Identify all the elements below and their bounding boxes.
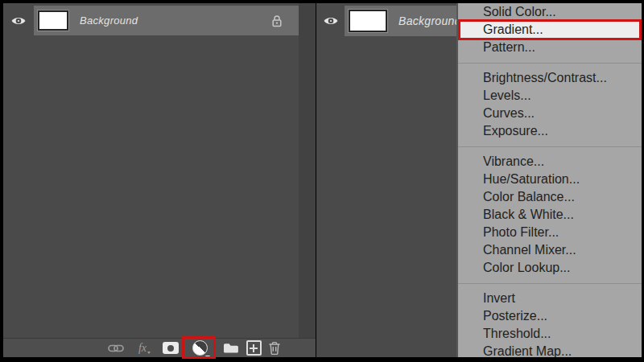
new-adjustment-layer-button[interactable] <box>191 339 208 357</box>
layer-name: Background <box>80 14 138 27</box>
eye-icon <box>10 15 27 27</box>
menu-separator <box>458 56 642 69</box>
menu-item-gradient-map[interactable]: Gradient Map... <box>458 343 642 357</box>
menu-item-posterize[interactable]: Posterize... <box>458 307 642 325</box>
eye-icon <box>323 15 339 27</box>
menu-item-color-balance[interactable]: Color Balance... <box>458 188 642 206</box>
layer-thumbnail[interactable] <box>38 10 68 31</box>
plus-square-icon <box>246 340 262 356</box>
layers-toolbar: fx <box>3 338 316 357</box>
menu-separator <box>458 140 642 153</box>
layer-row-background[interactable]: Background <box>3 6 299 35</box>
menu-item-pattern[interactable]: Pattern... <box>458 39 642 56</box>
new-group-button[interactable] <box>221 339 241 357</box>
adjustment-layer-menu: Solid Color... Gradient... Pattern... Br… <box>456 3 642 357</box>
menu-item-channel-mixer[interactable]: Channel Mixer... <box>458 241 642 259</box>
menu-item-levels[interactable]: Levels... <box>458 87 642 105</box>
menu-item-curves[interactable]: Curves... <box>458 105 642 122</box>
menu-item-photo-filter[interactable]: Photo Filter... <box>458 224 642 241</box>
menu-item-threshold[interactable]: Threshold... <box>458 325 642 343</box>
scrollbar-gutter <box>299 3 316 338</box>
menu-item-invert[interactable]: Invert <box>458 290 642 307</box>
layer-visibility-toggle[interactable] <box>316 6 345 36</box>
new-layer-button[interactable] <box>245 339 262 357</box>
fx-icon: fx <box>138 343 147 354</box>
folder-icon <box>223 342 239 354</box>
menu-item-color-lookup[interactable]: Color Lookup... <box>458 259 642 277</box>
menu-item-black-white[interactable]: Black & White... <box>458 206 642 224</box>
lock-icon <box>271 14 283 27</box>
menu-item-solid-color[interactable]: Solid Color... <box>458 3 642 21</box>
layer-visibility-toggle[interactable] <box>3 6 34 35</box>
layer-name: Background <box>398 14 461 27</box>
menu-item-hue-saturation[interactable]: Hue/Saturation... <box>458 171 642 188</box>
link-layers-button[interactable] <box>106 339 126 357</box>
screenshot-root: Background fx <box>0 0 644 362</box>
layers-panel-left: Background fx <box>3 3 316 357</box>
menu-separator <box>458 277 642 290</box>
half-circle-icon <box>192 340 208 356</box>
layer-effects-button[interactable]: fx <box>134 339 151 357</box>
trash-icon <box>268 341 281 355</box>
menu-item-brightness-contrast[interactable]: Brightness/Contrast... <box>458 69 642 87</box>
layer-row-body: Background <box>34 6 299 35</box>
delete-layer-button[interactable] <box>266 339 283 357</box>
menu-item-exposure[interactable]: Exposure... <box>458 122 642 140</box>
menu-item-gradient[interactable]: Gradient... <box>458 19 642 40</box>
layer-thumbnail[interactable] <box>349 10 387 32</box>
mask-icon <box>163 342 179 354</box>
menu-item-vibrance[interactable]: Vibrance... <box>458 153 642 171</box>
add-layer-mask-button[interactable] <box>161 339 180 357</box>
chain-link-icon <box>108 343 124 353</box>
